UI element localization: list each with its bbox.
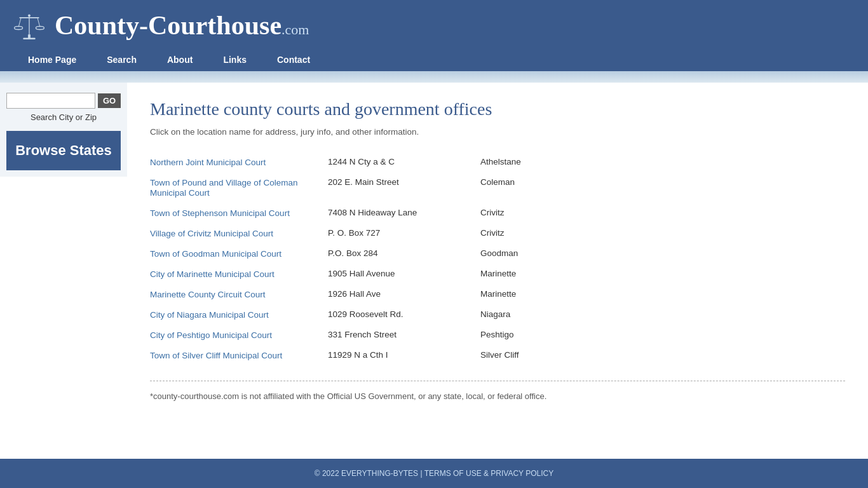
- sidebar: GO Search City or Zip Browse States: [0, 83, 127, 177]
- court-name: City of Peshtigo Municipal Court: [150, 330, 328, 340]
- court-address: 1926 Hall Ave: [328, 289, 480, 299]
- nav-links[interactable]: Links: [208, 48, 262, 71]
- court-link[interactable]: Town of Silver Cliff Municipal Court: [150, 351, 282, 360]
- footer-text: © 2022 EVERYTHING-BYTES | TERMS OF USE &…: [315, 469, 554, 478]
- court-city: Crivitz: [480, 228, 505, 238]
- court-link[interactable]: City of Marinette Municipal Court: [150, 269, 275, 279]
- content-divider: [150, 381, 845, 381]
- court-address: 202 E. Main Street: [328, 177, 480, 187]
- court-address: P. O. Box 727: [328, 228, 480, 238]
- site-footer: © 2022 EVERYTHING-BYTES | TERMS OF USE &…: [0, 459, 868, 488]
- court-name: Town of Pound and Village of Coleman Mun…: [150, 177, 328, 198]
- nav-home[interactable]: Home Page: [13, 48, 92, 71]
- courts-list: Northern Joint Municipal Court 1244 N Ct…: [150, 152, 845, 365]
- table-row: Northern Joint Municipal Court 1244 N Ct…: [150, 152, 845, 172]
- court-name: Village of Crivitz Municipal Court: [150, 228, 328, 238]
- svg-rect-2: [29, 17, 29, 36]
- scales-icon: [13, 9, 46, 42]
- main-content: Marinette county courts and government o…: [127, 83, 868, 420]
- court-link[interactable]: Northern Joint Municipal Court: [150, 158, 266, 167]
- search-label: Search City or Zip: [6, 112, 121, 122]
- court-address: 1244 N Cty a & C: [328, 157, 480, 166]
- table-row: Town of Silver Cliff Municipal Court 119…: [150, 345, 845, 365]
- court-name: City of Niagara Municipal Court: [150, 309, 328, 320]
- court-address: 331 French Street: [328, 330, 480, 339]
- table-row: Town of Goodman Municipal Court P.O. Box…: [150, 243, 845, 264]
- go-button[interactable]: GO: [98, 93, 121, 108]
- svg-line-5: [37, 18, 40, 27]
- search-input[interactable]: [6, 93, 95, 109]
- court-city: Niagara: [480, 309, 510, 319]
- site-header: County-Courthouse.com Home Page Search A…: [0, 0, 868, 71]
- table-row: Town of Pound and Village of Coleman Mun…: [150, 172, 845, 203]
- court-name: Town of Goodman Municipal Court: [150, 248, 328, 259]
- court-name: Town of Stephenson Municipal Court: [150, 208, 328, 218]
- nav-search[interactable]: Search: [92, 48, 152, 71]
- court-city: Athelstane: [480, 157, 521, 166]
- court-city: Peshtigo: [480, 330, 514, 339]
- court-name: Northern Joint Municipal Court: [150, 157, 328, 167]
- court-name: City of Marinette Municipal Court: [150, 269, 328, 279]
- court-link[interactable]: Town of Goodman Municipal Court: [150, 249, 281, 259]
- court-link[interactable]: Town of Pound and Village of Coleman Mun…: [150, 178, 297, 198]
- table-row: City of Peshtigo Municipal Court 331 Fre…: [150, 325, 845, 345]
- svg-rect-3: [19, 17, 39, 18]
- page-title: Marinette county courts and government o…: [150, 99, 845, 119]
- table-row: City of Marinette Municipal Court 1905 H…: [150, 264, 845, 284]
- table-row: City of Niagara Municipal Court 1029 Roo…: [150, 304, 845, 325]
- site-title: County-Courthouse.com: [55, 10, 309, 41]
- court-link[interactable]: City of Peshtigo Municipal Court: [150, 330, 272, 340]
- court-name: Marinette County Circuit Court: [150, 289, 328, 299]
- court-link[interactable]: Town of Stephenson Municipal Court: [150, 208, 290, 218]
- court-city: Marinette: [480, 269, 516, 278]
- browse-states-button[interactable]: Browse States: [6, 131, 121, 170]
- court-city: Marinette: [480, 289, 516, 299]
- court-city: Goodman: [480, 248, 518, 258]
- court-link[interactable]: Marinette County Circuit Court: [150, 290, 266, 299]
- main-nav: Home Page Search About Links Contact: [13, 48, 855, 71]
- layout: GO Search City or Zip Browse States Mari…: [0, 83, 868, 438]
- svg-rect-1: [23, 38, 36, 40]
- header-top: County-Courthouse.com: [13, 9, 855, 48]
- court-city: Silver Cliff: [480, 350, 519, 360]
- court-name: Town of Silver Cliff Municipal Court: [150, 350, 328, 360]
- court-link[interactable]: Village of Crivitz Municipal Court: [150, 229, 273, 238]
- svg-line-4: [18, 18, 21, 27]
- page-subtitle: Click on the location name for address, …: [150, 127, 845, 137]
- table-row: Town of Stephenson Municipal Court 7408 …: [150, 203, 845, 223]
- nav-about[interactable]: About: [152, 48, 208, 71]
- content-area: GO Search City or Zip Browse States Mari…: [0, 83, 868, 459]
- table-row: Marinette County Circuit Court 1926 Hall…: [150, 284, 845, 304]
- nav-contact[interactable]: Contact: [262, 48, 325, 71]
- disclaimer-text: *county-courthouse.com is not affiliated…: [150, 391, 845, 401]
- court-address: 11929 N a Cth I: [328, 350, 480, 360]
- sub-header-band: [0, 71, 868, 83]
- svg-point-8: [28, 14, 31, 17]
- page-wrapper: County-Courthouse.com Home Page Search A…: [0, 0, 868, 488]
- court-address: 7408 N Hideaway Lane: [328, 208, 480, 217]
- court-address: 1905 Hall Avenue: [328, 269, 480, 278]
- search-box: GO: [6, 93, 121, 109]
- court-city: Crivitz: [480, 208, 505, 217]
- court-link[interactable]: City of Niagara Municipal Court: [150, 310, 269, 320]
- court-address: 1029 Roosevelt Rd.: [328, 309, 480, 319]
- court-address: P.O. Box 284: [328, 248, 480, 258]
- court-city: Coleman: [480, 177, 515, 187]
- table-row: Village of Crivitz Municipal Court P. O.…: [150, 223, 845, 243]
